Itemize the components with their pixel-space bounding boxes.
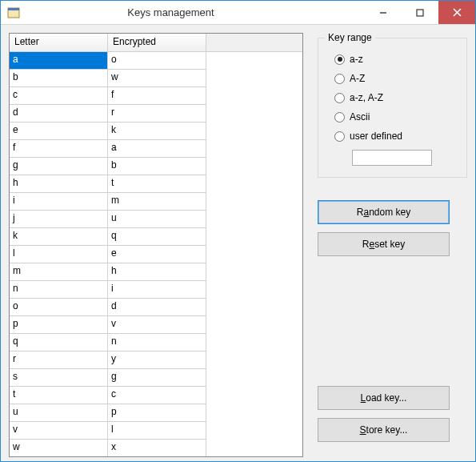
cell-encrypted[interactable]: x: [108, 440, 206, 456]
radio-dot-icon[interactable]: [334, 93, 345, 103]
cell-encrypted[interactable]: a: [108, 140, 206, 158]
side-panel: Key range a-zA-Za-z, A-ZAsciiuser define…: [318, 33, 467, 453]
table-row[interactable]: vl: [10, 422, 302, 440]
table-row[interactable]: pv: [10, 316, 302, 334]
col-header-letter[interactable]: Letter: [10, 34, 108, 51]
cell-letter[interactable]: w: [10, 440, 108, 456]
client-area: Letter Encrypted aobwcfdrekfagbhtimjukql…: [1, 25, 475, 461]
cell-letter[interactable]: i: [10, 193, 108, 211]
radio-dot-icon[interactable]: [334, 112, 345, 123]
titlebar[interactable]: Keys management: [1, 1, 475, 25]
cell-letter[interactable]: o: [10, 299, 108, 316]
radio-label: A-Z: [350, 73, 365, 84]
cell-letter[interactable]: u: [10, 404, 108, 422]
cell-encrypted[interactable]: i: [108, 281, 206, 299]
cell-encrypted[interactable]: o: [108, 52, 206, 70]
cell-letter[interactable]: e: [10, 123, 108, 140]
cell-encrypted[interactable]: u: [108, 211, 206, 228]
cell-letter[interactable]: t: [10, 387, 108, 404]
table-row[interactable]: ao: [10, 52, 302, 70]
file-buttons: Load key... Store key...: [318, 386, 467, 450]
cell-encrypted[interactable]: q: [108, 228, 206, 246]
reset-key-button[interactable]: Reset key: [318, 232, 450, 256]
table-row[interactable]: gb: [10, 158, 302, 175]
cell-encrypted[interactable]: g: [108, 369, 206, 387]
col-header-encrypted[interactable]: Encrypted: [108, 34, 206, 51]
cell-encrypted[interactable]: e: [108, 246, 206, 263]
cell-letter[interactable]: n: [10, 281, 108, 299]
random-key-button[interactable]: Random key: [318, 200, 450, 224]
table-row[interactable]: ju: [10, 211, 302, 228]
table-row[interactable]: ek: [10, 123, 302, 140]
svg-rect-3: [417, 10, 423, 16]
radio-user[interactable]: user defined: [334, 131, 455, 142]
cell-letter[interactable]: h: [10, 175, 108, 193]
cell-letter[interactable]: k: [10, 228, 108, 246]
table-row[interactable]: fa: [10, 140, 302, 158]
table-row[interactable]: dr: [10, 105, 302, 123]
cell-encrypted[interactable]: c: [108, 387, 206, 404]
table-row[interactable]: od: [10, 299, 302, 316]
radio-label: a-z: [350, 54, 363, 65]
table-row[interactable]: kq: [10, 228, 302, 246]
table-row[interactable]: sg: [10, 369, 302, 387]
cell-encrypted[interactable]: r: [108, 105, 206, 123]
cell-encrypted[interactable]: n: [108, 334, 206, 352]
cell-encrypted[interactable]: y: [108, 352, 206, 369]
store-key-button[interactable]: Store key...: [318, 418, 450, 442]
table-row[interactable]: le: [10, 246, 302, 263]
cell-encrypted[interactable]: w: [108, 70, 206, 87]
cell-encrypted[interactable]: t: [108, 175, 206, 193]
cell-letter[interactable]: p: [10, 316, 108, 334]
cell-letter[interactable]: j: [10, 211, 108, 228]
table-row[interactable]: ht: [10, 175, 302, 193]
table-row[interactable]: bw: [10, 70, 302, 87]
radio-dot-icon[interactable]: [334, 54, 345, 65]
key-range-group: Key range a-zA-Za-z, A-ZAsciiuser define…: [318, 38, 467, 178]
cell-encrypted[interactable]: f: [108, 87, 206, 105]
cell-encrypted[interactable]: v: [108, 316, 206, 334]
close-button[interactable]: [438, 1, 475, 24]
cell-encrypted[interactable]: k: [108, 123, 206, 140]
cell-letter[interactable]: a: [10, 52, 108, 70]
cell-letter[interactable]: l: [10, 246, 108, 263]
load-key-button[interactable]: Load key...: [318, 386, 450, 410]
keys-grid[interactable]: Letter Encrypted aobwcfdrekfagbhtimjukql…: [9, 33, 303, 457]
table-row[interactable]: im: [10, 193, 302, 211]
cell-encrypted[interactable]: m: [108, 193, 206, 211]
cell-letter[interactable]: m: [10, 263, 108, 281]
radio-az[interactable]: a-z: [334, 54, 455, 65]
cell-encrypted[interactable]: b: [108, 158, 206, 175]
radio-dot-icon[interactable]: [334, 74, 345, 84]
radio-dot-icon[interactable]: [334, 131, 345, 142]
table-row[interactable]: tc: [10, 387, 302, 404]
maximize-button[interactable]: [402, 1, 438, 24]
cell-letter[interactable]: c: [10, 87, 108, 105]
cell-encrypted[interactable]: p: [108, 404, 206, 422]
cell-encrypted[interactable]: l: [108, 422, 206, 440]
table-row[interactable]: cf: [10, 87, 302, 105]
table-row[interactable]: ni: [10, 281, 302, 299]
cell-letter[interactable]: b: [10, 70, 108, 87]
cell-letter[interactable]: d: [10, 105, 108, 123]
cell-encrypted[interactable]: d: [108, 299, 206, 316]
table-row[interactable]: qn: [10, 334, 302, 352]
table-row[interactable]: up: [10, 404, 302, 422]
radio-AZ[interactable]: A-Z: [334, 73, 455, 84]
cell-letter[interactable]: q: [10, 334, 108, 352]
grid-body[interactable]: aobwcfdrekfagbhtimjukqlemhniodpvqnrysgtc…: [10, 52, 302, 456]
minimize-button[interactable]: [365, 1, 402, 24]
cell-encrypted[interactable]: h: [108, 263, 206, 281]
cell-letter[interactable]: v: [10, 422, 108, 440]
cell-letter[interactable]: g: [10, 158, 108, 175]
table-row[interactable]: mh: [10, 263, 302, 281]
window-title: Keys management: [0, 1, 365, 24]
table-row[interactable]: wx: [10, 440, 302, 456]
radio-ascii[interactable]: Ascii: [334, 111, 455, 123]
table-row[interactable]: ry: [10, 352, 302, 369]
radio-azAZ[interactable]: a-z, A-Z: [334, 92, 455, 103]
cell-letter[interactable]: r: [10, 352, 108, 369]
cell-letter[interactable]: s: [10, 369, 108, 387]
cell-letter[interactable]: f: [10, 140, 108, 158]
user-defined-input[interactable]: [352, 150, 432, 166]
